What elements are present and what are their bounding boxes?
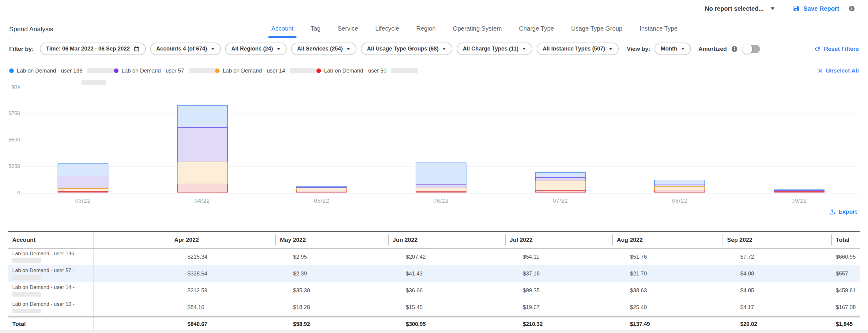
caret-down-icon	[681, 47, 685, 50]
bar-segment-lab-on-demand-user-50[interactable]	[296, 191, 347, 193]
bar-segment-lab-on-demand-user-50[interactable]	[58, 191, 108, 193]
bar-segment-lab-on-demand-user-57[interactable]	[177, 127, 228, 162]
filter-pill-instance-types[interactable]: All Instance Types (507)	[537, 42, 619, 55]
stacked-bar-07-22	[535, 172, 586, 193]
legend-color-dot	[114, 69, 119, 73]
stacked-bar-03-22	[58, 163, 108, 193]
table-row-lab-on-demand-user-57: Lab on Demand - user 57 -$328.64$2.39$41…	[8, 265, 860, 282]
cell-sep-2022: $4.05	[722, 288, 831, 294]
bar-segment-lab-on-demand-user-50[interactable]	[177, 184, 228, 193]
legend-item-lab-on-demand-user-50[interactable]: Lab on Demand - user 50	[316, 68, 418, 74]
reset-filters-button[interactable]: Reset Filters	[814, 45, 859, 52]
total-row-label: Total	[8, 318, 94, 331]
filter-by-label: Filter by:	[9, 45, 34, 52]
cell-sep-2022: $7.72	[722, 254, 831, 260]
cell-total: $660.95	[831, 254, 860, 260]
bar-segment-lab-on-demand-user-50[interactable]	[654, 190, 705, 193]
view-by-dropdown[interactable]: Month	[654, 42, 691, 55]
bar-group-05-22	[262, 187, 381, 193]
total-cell-may-2022: $58.92	[275, 321, 388, 328]
bar-segment-lab-on-demand-user-14[interactable]	[535, 180, 586, 191]
cell-total: $167.08	[831, 304, 860, 311]
cell-may-2022: $18.28	[275, 304, 388, 311]
legend-color-dot	[9, 69, 14, 73]
filter-pill-label: Accounts 4 (of 674)	[156, 45, 207, 52]
bar-segment-lab-on-demand-user-14[interactable]	[177, 162, 228, 184]
bar-segment-lab-on-demand-user-50[interactable]	[535, 190, 586, 193]
cell-apr-2022: $212.59	[170, 288, 275, 294]
bar-segment-lab-on-demand-user-136[interactable]	[415, 163, 466, 185]
account-name: Lab on Demand - user 14 -	[12, 284, 93, 291]
cell-total: $557	[831, 271, 860, 277]
redacted-text	[12, 275, 41, 280]
filter-pill-time[interactable]: Time: 06 Mar 2022 - 06 Sep 2022	[40, 42, 146, 55]
bar-segment-lab-on-demand-user-57[interactable]	[58, 176, 108, 189]
table-row-lab-on-demand-user-50: Lab on Demand - user 50 -$84.10$18.28$15…	[8, 299, 860, 316]
amortized-toggle[interactable]	[743, 45, 760, 53]
cell-aug-2022: $21.70	[612, 271, 722, 277]
filter-pill-services[interactable]: All Services (254)	[291, 42, 356, 55]
spend-chart: 03/2204/2205/2206/2207/2208/2209/22 $1k$…	[8, 81, 860, 203]
legend-item-lab-on-demand-user-136[interactable]: Lab on Demand - user 136	[9, 68, 114, 74]
x-axis-labels: 03/2204/2205/2206/2207/2208/2209/22	[23, 198, 859, 204]
legend-item-lab-on-demand-user-14[interactable]: Lab on Demand - user 14	[215, 68, 316, 74]
filter-pill-label: All Regions (24)	[231, 45, 273, 52]
stacked-bar-05-22	[296, 187, 347, 193]
tabs: AccountTagServiceLifecycleRegionOperatin…	[271, 17, 678, 38]
total-cell-jun-2022: $300.95	[388, 321, 505, 328]
tab-lifecycle[interactable]: Lifecycle	[375, 25, 400, 38]
account-cell: Lab on Demand - user 57 -	[8, 265, 94, 282]
filter-pill-charge-types[interactable]: All Charge Types (11)	[457, 42, 532, 55]
filter-pill-regions[interactable]: All Regions (24)	[225, 42, 287, 55]
unselect-all-button[interactable]: Unselect All	[818, 67, 859, 74]
info-icon[interactable]	[731, 45, 738, 52]
col-header-apr-2022: Apr 2022	[170, 237, 275, 243]
tab-operating-system[interactable]: Operating System	[452, 25, 502, 38]
bar-group-06-22	[381, 163, 501, 193]
filter-pill-accounts[interactable]: Accounts 4 (of 674)	[150, 42, 221, 55]
table-header-row: AccountApr 2022May 2022Jun 2022Jul 2022A…	[8, 232, 860, 248]
cell-jul-2022: $99.35	[505, 288, 612, 294]
filter-pill-label: All Charge Types (11)	[463, 45, 519, 52]
unselect-all-label: Unselect All	[826, 67, 859, 74]
bar-segment-lab-on-demand-user-136[interactable]	[58, 163, 108, 176]
report-selector-value: No report selected...	[705, 5, 764, 12]
tab-service[interactable]: Service	[337, 25, 359, 38]
legend-item-lab-on-demand-user-57[interactable]: Lab on Demand - user 57	[114, 68, 215, 74]
tab-charge-type[interactable]: Charge Type	[519, 25, 555, 38]
y-axis-tick: $750	[8, 110, 20, 116]
export-button[interactable]: Export	[829, 208, 857, 215]
filter-pill-usage-type-groups[interactable]: All Usage Type Groups (68)	[361, 42, 453, 55]
bar-segment-lab-on-demand-user-50[interactable]	[774, 191, 825, 193]
bar-segment-lab-on-demand-user-136[interactable]	[177, 105, 228, 128]
x-axis-label-09-22: 09/22	[739, 198, 859, 204]
cell-jun-2022: $15.45	[388, 304, 505, 311]
info-icon[interactable]	[848, 5, 855, 12]
account-name: Lab on Demand - user 57 -	[12, 267, 93, 274]
tab-region[interactable]: Region	[415, 25, 436, 38]
filter-pill-label: All Instance Types (507)	[543, 45, 605, 52]
stacked-bar-06-22	[415, 163, 466, 193]
bar-segment-lab-on-demand-user-50[interactable]	[415, 191, 466, 193]
tab-usage-type-group[interactable]: Usage Type Group	[570, 25, 623, 38]
tab-tag[interactable]: Tag	[310, 25, 321, 38]
redacted-text	[12, 258, 41, 263]
cell-total: $459.61	[831, 288, 860, 294]
report-selector-dropdown[interactable]: No report selected...	[705, 5, 775, 12]
x-axis-label-07-22: 07/22	[501, 198, 620, 204]
page-title: Spend Analysis	[9, 25, 53, 33]
x-axis-label-04-22: 04/22	[143, 198, 262, 204]
cell-aug-2022: $51.76	[612, 254, 722, 260]
cell-apr-2022: $328.64	[170, 271, 275, 277]
stacked-bar-04-22	[177, 105, 228, 193]
x-axis-label-06-22: 06/22	[381, 198, 501, 204]
tab-account[interactable]: Account	[271, 25, 294, 38]
export-label: Export	[839, 208, 857, 215]
stacked-bar-08-22	[654, 180, 705, 193]
tab-instance-type[interactable]: Instance Type	[639, 25, 678, 38]
amortized-label: Amortized	[698, 45, 727, 52]
table-row-lab-on-demand-user-14: Lab on Demand - user 14 -$212.59$35.30$3…	[8, 282, 860, 299]
save-report-button[interactable]: Save Report	[793, 5, 839, 12]
x-axis-label-03-22: 03/22	[23, 198, 143, 204]
save-icon	[793, 5, 800, 12]
